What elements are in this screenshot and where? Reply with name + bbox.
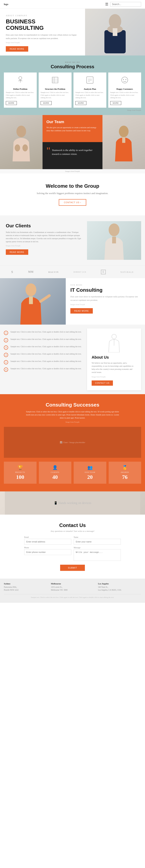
svg-point-20 [15, 145, 20, 151]
svg-rect-12 [87, 77, 93, 83]
about-desc: We believe our firm has an opportunity, … [92, 362, 137, 374]
team-orange-box: Our Team We also give you an opportunity… [42, 115, 103, 142]
analysis-more-button[interactable]: MORE [76, 101, 86, 105]
footer-offices: Sydney Pamorama Hills, Penrith NSW 2222 … [4, 583, 141, 591]
office-sydney-title: Sydney [4, 583, 47, 585]
menu-icon[interactable]: ☰ [105, 2, 108, 6]
email-label: Email [24, 536, 71, 538]
team-section: Our Team We also give you an opportunity… [0, 115, 145, 169]
quote-mark: " [47, 147, 50, 154]
svg-point-17 [123, 79, 124, 80]
list-item-5: 5 Sample text. Click to select the text … [4, 360, 83, 364]
office-la-addr: 340 Num St., Los Angeles, CA 90201, USA [98, 586, 141, 591]
happy-more-button[interactable]: MORE [110, 101, 121, 105]
awards-number: 76 [111, 474, 139, 480]
clients-read-more-button[interactable]: READ MORE [6, 249, 28, 255]
hands-working-icon: 📱 Hands working on devices [5, 491, 140, 515]
analysis-title: Analysis Plan [76, 88, 105, 90]
welcome-desc: Solving the world's biggest problems req… [30, 191, 115, 195]
successes-title: Consulting Successes [4, 402, 141, 408]
logo-5: NATURALE [120, 271, 134, 273]
list-item-6: 6 Sample text. Click to select the text … [4, 367, 83, 372]
svg-rect-27 [29, 297, 33, 304]
form-row-1: Email Name [24, 536, 121, 545]
form-row-2: Phone Message [24, 547, 121, 562]
team-credit: Images from Freepik [0, 169, 145, 174]
process-what-we-do: WHAT WE DO [4, 61, 141, 63]
message-textarea[interactable] [74, 549, 121, 561]
clients-inner: Our Clients Nulla facilisi cras fermentu… [4, 221, 141, 260]
svg-rect-25 [112, 237, 116, 243]
team-left-image [0, 115, 42, 169]
team-right-image [103, 115, 145, 169]
phone-input[interactable] [24, 549, 71, 555]
email-input[interactable] [24, 539, 71, 545]
num-2: 2 [4, 338, 8, 342]
projects-icon: 🏆 [6, 465, 35, 470]
process-credit: Image from Freepik [4, 109, 141, 111]
svg-rect-23 [122, 137, 125, 143]
projects-number: 100 [6, 474, 35, 480]
svg-text:📱 Hands working on devices: 📱 Hands working on devices [54, 501, 91, 505]
about-illustration [92, 333, 137, 353]
svg-point-24 [109, 223, 119, 236]
list-item-2: 2 Sample text. Click to select the text … [4, 338, 83, 342]
define-desc: Sample text. Click to select the text bo… [6, 91, 35, 99]
clients-stat-label: Clients [41, 471, 69, 473]
clients-woman-icon [100, 221, 127, 260]
successes-desc: Sample text. Click to select the text bo… [24, 410, 121, 420]
logos-bar: S MM BALVIN DORSET LUX E NATURALE [0, 266, 145, 278]
numbered-list: 1 Sample text. Click to select the text … [0, 324, 87, 394]
process-card-analysis: Analysis Plan Sample text. Click to sele… [74, 72, 106, 108]
stat-projects: 🏆 Projects 100 [4, 462, 36, 484]
search-input[interactable] [110, 2, 141, 7]
svg-point-18 [125, 79, 126, 80]
welcome-section: Welcome to the Group Solving the world's… [0, 174, 145, 216]
message-field-group: Message [74, 547, 121, 562]
process-cards: Define Problem Sample text. Click to sel… [4, 72, 141, 108]
office-la-title: Los Angeles [98, 583, 141, 585]
team-center: Our Team We also give you an opportunity… [42, 115, 103, 169]
stat-team: 👥 Our Team 20 [74, 462, 106, 484]
contact-form: Email Name Phone Message SUBMIT [24, 536, 121, 571]
contact-desc: Any questions or remarks? Just write us … [4, 530, 141, 532]
about-person-icon [106, 333, 122, 352]
clients-number: 40 [41, 474, 69, 480]
team-man-icon [112, 123, 135, 161]
svg-point-22 [119, 126, 128, 137]
hero-person-icon [96, 11, 134, 53]
office-melbourne-title: Melbourne [51, 583, 94, 585]
analysis-icon [76, 75, 105, 86]
name-label: Name [74, 536, 121, 538]
define-icon [6, 75, 35, 86]
clients-icon: 👤 [41, 465, 69, 470]
it-section: OUR MORE IT Consulting Duis aute irure d… [0, 278, 145, 324]
num-3: 3 [4, 345, 8, 350]
item-5-text: Sample text. Click to select the text bo… [10, 360, 82, 363]
contact-us-button[interactable]: CONTACT US › [59, 199, 86, 206]
nav-right: ☰ [105, 2, 141, 7]
structure-more-button[interactable]: MORE [40, 101, 52, 105]
item-4-text: Sample text. Click to select the text bo… [10, 352, 82, 355]
it-title: IT Consulting [70, 287, 140, 293]
contact-section: Contact Us Any questions or remarks? Jus… [0, 515, 145, 579]
svg-line-7 [20, 80, 22, 81]
bottom-image: 📱 Hands working on devices [0, 491, 145, 515]
name-input[interactable] [74, 539, 121, 545]
hero-credit: Image from Freepik [6, 41, 81, 43]
item-6-text: Sample text. Click to select the text bo… [10, 367, 82, 370]
about-box: About Us We believe our firm has an oppo… [87, 329, 141, 390]
about-contact-button[interactable]: CONTACT US [92, 380, 113, 386]
define-more-button[interactable]: MORE [6, 101, 17, 105]
consulting-process-section: WHAT WE DO Consulting Process Define Pro… [0, 56, 145, 115]
phone-label: Phone [24, 547, 71, 549]
structure-title: Structure the Problem [40, 88, 69, 90]
footer-office-sydney: Sydney Pamorama Hills, Penrith NSW 2222 [4, 583, 47, 591]
hero-read-more-button[interactable]: READ MORE [6, 46, 28, 52]
clients-desc: Nulla facilisi cras fermentum odio. Cond… [6, 231, 81, 243]
item-2-text: Sample text. Click to select the text bo… [10, 338, 82, 341]
awards-label: Awards [111, 471, 139, 473]
submit-button[interactable]: SUBMIT [60, 565, 85, 571]
structure-icon [40, 75, 69, 86]
it-read-more-button[interactable]: READ MORE [70, 308, 93, 314]
